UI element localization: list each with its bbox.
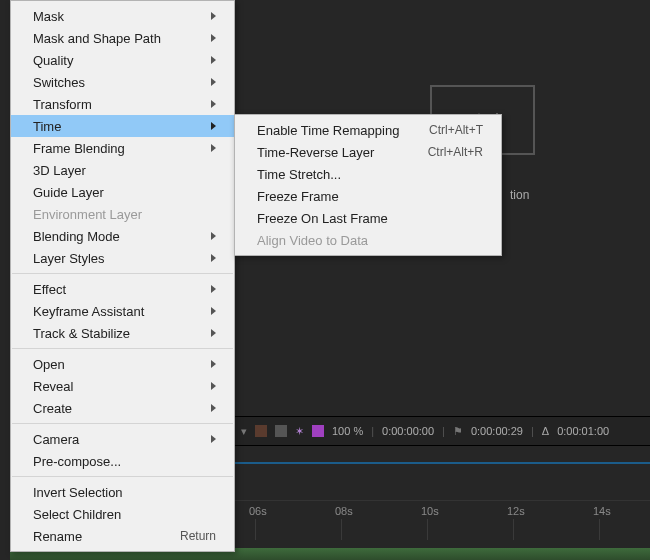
menu-separator xyxy=(12,273,233,274)
menu-item-time[interactable]: Time xyxy=(11,115,234,137)
menu-separator xyxy=(12,476,233,477)
menu-item-label: Select Children xyxy=(33,507,121,522)
menu-item-label: Pre-compose... xyxy=(33,454,121,469)
menu-item-mask-and-shape-path[interactable]: Mask and Shape Path xyxy=(11,27,234,49)
menu-item-mask[interactable]: Mask xyxy=(11,5,234,27)
timeline-tick: 12s xyxy=(507,505,525,517)
menu-item-guide-layer[interactable]: Guide Layer xyxy=(11,181,234,203)
menu-item-label: Effect xyxy=(33,282,66,297)
menu-item-label: Transform xyxy=(33,97,92,112)
chevron-right-icon xyxy=(211,56,216,64)
menu-item-label: Track & Stabilize xyxy=(33,326,130,341)
chevron-right-icon xyxy=(211,100,216,108)
chevron-right-icon xyxy=(211,78,216,86)
menu-separator xyxy=(12,423,233,424)
menu-item-label: 3D Layer xyxy=(33,163,86,178)
menu-item-label: Rename xyxy=(33,529,82,544)
chevron-right-icon xyxy=(211,34,216,42)
menu-item-label: Enable Time Remapping xyxy=(257,123,399,138)
star-icon[interactable]: ✶ xyxy=(295,425,304,438)
menu-item-blending-mode[interactable]: Blending Mode xyxy=(11,225,234,247)
menu-item-create[interactable]: Create xyxy=(11,397,234,419)
chevron-right-icon xyxy=(211,435,216,443)
swatch-purple[interactable] xyxy=(312,425,324,437)
time-submenu[interactable]: Enable Time RemappingCtrl+Alt+TTime-Reve… xyxy=(234,114,502,256)
submenu-item-time-reverse-layer[interactable]: Time-Reverse LayerCtrl+Alt+R xyxy=(235,141,501,163)
menu-item-label: Quality xyxy=(33,53,73,68)
menu-item-label: Freeze On Last Frame xyxy=(257,211,388,226)
menu-item-label: Camera xyxy=(33,432,79,447)
menu-item-label: Blending Mode xyxy=(33,229,120,244)
menu-item-frame-blending[interactable]: Frame Blending xyxy=(11,137,234,159)
timeline-tick: 06s xyxy=(249,505,267,517)
timeline-ruler[interactable]: 06s 08s 10s 12s 14s xyxy=(235,500,650,540)
menu-item-layer-styles[interactable]: Layer Styles xyxy=(11,247,234,269)
submenu-item-freeze-frame[interactable]: Freeze Frame xyxy=(235,185,501,207)
delta-icon: Δ xyxy=(542,425,549,437)
chevron-right-icon xyxy=(211,254,216,262)
menu-item-label: Frame Blending xyxy=(33,141,125,156)
menu-item-label: Open xyxy=(33,357,65,372)
menu-item-environment-layer: Environment Layer xyxy=(11,203,234,225)
chevron-right-icon xyxy=(211,404,216,412)
chevron-right-icon xyxy=(211,144,216,152)
layer-context-menu[interactable]: MaskMask and Shape PathQualitySwitchesTr… xyxy=(10,0,235,552)
timeline-tick: 08s xyxy=(335,505,353,517)
menu-item-open[interactable]: Open xyxy=(11,353,234,375)
submenu-item-align-video-to-data: Align Video to Data xyxy=(235,229,501,251)
menu-item-pre-compose[interactable]: Pre-compose... xyxy=(11,450,234,472)
swatch-brown[interactable] xyxy=(255,425,267,437)
submenu-item-freeze-on-last-frame[interactable]: Freeze On Last Frame xyxy=(235,207,501,229)
menu-shortcut: Ctrl+Alt+R xyxy=(428,145,483,159)
menu-item-label: Align Video to Data xyxy=(257,233,368,248)
menu-item-label: Reveal xyxy=(33,379,73,394)
chevron-right-icon xyxy=(211,382,216,390)
menu-shortcut: Ctrl+Alt+T xyxy=(429,123,483,137)
menu-item-keyframe-assistant[interactable]: Keyframe Assistant xyxy=(11,300,234,322)
menu-item-rename[interactable]: RenameReturn xyxy=(11,525,234,547)
menu-item-label: Time Stretch... xyxy=(257,167,341,182)
timeline-tick: 10s xyxy=(421,505,439,517)
menu-item-switches[interactable]: Switches xyxy=(11,71,234,93)
menu-item-label: Keyframe Assistant xyxy=(33,304,144,319)
menu-item-label: Invert Selection xyxy=(33,485,123,500)
menu-item-track-stabilize[interactable]: Track & Stabilize xyxy=(11,322,234,344)
menu-item-transform[interactable]: Transform xyxy=(11,93,234,115)
chevron-right-icon xyxy=(211,329,216,337)
menu-item-3d-layer[interactable]: 3D Layer xyxy=(11,159,234,181)
menu-shortcut: Return xyxy=(180,529,216,543)
composition-caption: tion xyxy=(510,188,529,202)
menu-item-label: Switches xyxy=(33,75,85,90)
menu-item-effect[interactable]: Effect xyxy=(11,278,234,300)
menu-item-select-children[interactable]: Select Children xyxy=(11,503,234,525)
chevron-right-icon xyxy=(211,232,216,240)
zoom-value[interactable]: 100 % xyxy=(332,425,363,437)
menu-separator xyxy=(12,348,233,349)
timecode-2: 0:00:00:29 xyxy=(471,425,523,437)
timeline-marker-line xyxy=(235,462,650,464)
chevron-right-icon xyxy=(211,307,216,315)
flag-icon[interactable]: ⚑ xyxy=(453,425,463,438)
dropdown-icon[interactable]: ▾ xyxy=(241,425,247,438)
menu-item-invert-selection[interactable]: Invert Selection xyxy=(11,481,234,503)
menu-item-label: Time xyxy=(33,119,61,134)
swatch-grey[interactable] xyxy=(275,425,287,437)
chevron-right-icon xyxy=(211,360,216,368)
menu-item-quality[interactable]: Quality xyxy=(11,49,234,71)
chevron-right-icon xyxy=(211,122,216,130)
menu-item-label: Environment Layer xyxy=(33,207,142,222)
menu-item-label: Freeze Frame xyxy=(257,189,339,204)
menu-item-label: Mask xyxy=(33,9,64,24)
timecode-3: 0:00:01:00 xyxy=(557,425,609,437)
menu-item-label: Create xyxy=(33,401,72,416)
chevron-right-icon xyxy=(211,12,216,20)
submenu-item-time-stretch[interactable]: Time Stretch... xyxy=(235,163,501,185)
menu-item-camera[interactable]: Camera xyxy=(11,428,234,450)
submenu-item-enable-time-remapping[interactable]: Enable Time RemappingCtrl+Alt+T xyxy=(235,119,501,141)
menu-item-reveal[interactable]: Reveal xyxy=(11,375,234,397)
menu-item-label: Guide Layer xyxy=(33,185,104,200)
footer-status-bar: ▾ ✶ 100 % | 0:00:00:00 | ⚑ 0:00:00:29 | … xyxy=(235,416,650,446)
timeline-tick: 14s xyxy=(593,505,611,517)
chevron-right-icon xyxy=(211,285,216,293)
timecode-1: 0:00:00:00 xyxy=(382,425,434,437)
